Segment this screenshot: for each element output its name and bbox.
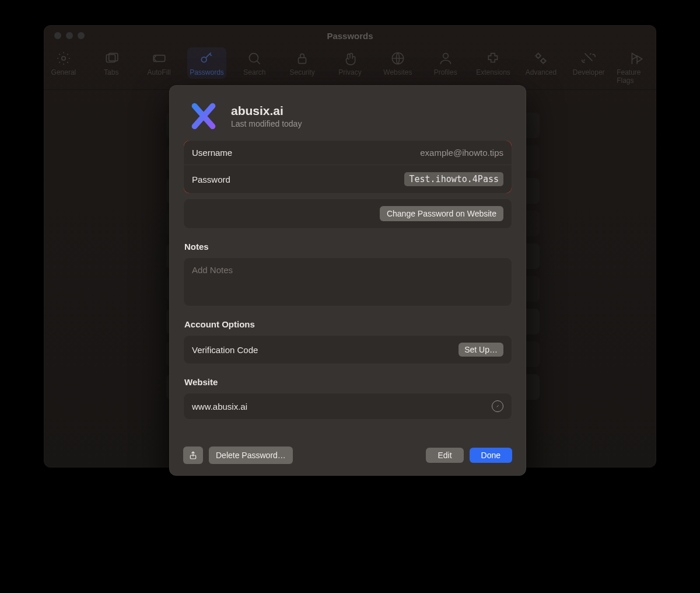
tab-autofill[interactable]: AutoFill — [139, 47, 179, 79]
verification-label: Verification Code — [192, 345, 258, 355]
notes-placeholder: Add Notes — [192, 265, 233, 275]
password-row[interactable]: Password Test.ihowto.4Pass — [184, 165, 512, 193]
tab-developer[interactable]: Developer — [569, 47, 608, 79]
done-button[interactable]: Done — [470, 448, 512, 463]
entry-header: abusix.ai Last modified today — [183, 98, 512, 140]
tab-feature-flags[interactable]: Feature Flags — [617, 47, 656, 87]
tab-privacy[interactable]: Privacy — [330, 47, 370, 79]
site-name: abusix.ai — [231, 104, 302, 118]
website-value: www.abusix.ai — [192, 402, 247, 411]
last-modified: Last modified today — [231, 119, 302, 128]
change-password-button[interactable]: Change Password on Website — [380, 206, 503, 221]
password-detail-sheet: abusix.ai Last modified today Username e… — [169, 85, 526, 476]
svg-point-9 — [537, 54, 541, 58]
svg-point-10 — [541, 59, 545, 63]
svg-rect-6 — [299, 58, 306, 64]
password-value: Test.ihowto.4Pass — [404, 172, 503, 186]
password-label: Password — [192, 175, 230, 184]
tab-passwords[interactable]: Passwords — [187, 47, 227, 79]
svg-point-5 — [250, 53, 258, 62]
tab-advanced[interactable]: Advanced — [521, 47, 561, 79]
notes-heading: Notes — [184, 242, 511, 252]
website-heading: Website — [184, 377, 511, 387]
credentials-card: Username example@ihowto.tips Password Te… — [183, 140, 512, 194]
site-icon — [186, 98, 222, 134]
tab-security[interactable]: Security — [282, 47, 322, 79]
share-button[interactable] — [183, 447, 203, 464]
username-label: Username — [192, 148, 232, 158]
setup-button[interactable]: Set Up… — [459, 343, 503, 357]
tab-websites[interactable]: Websites — [378, 47, 418, 79]
tab-tabs[interactable]: Tabs — [92, 47, 131, 79]
tab-general[interactable]: General — [44, 47, 83, 79]
window-title: Passwords — [44, 31, 656, 41]
change-password-card: Change Password on Website — [183, 198, 512, 229]
username-value: example@ihowto.tips — [420, 148, 503, 158]
edit-button[interactable]: Edit — [426, 448, 463, 463]
delete-password-button[interactable]: Delete Password… — [209, 447, 293, 464]
safari-compass-icon[interactable] — [492, 400, 503, 412]
account-options-heading: Account Options — [184, 319, 511, 329]
svg-point-8 — [443, 53, 448, 58]
website-row[interactable]: www.abusix.ai — [183, 393, 512, 420]
verification-row: Verification Code Set Up… — [183, 335, 512, 364]
username-row[interactable]: Username example@ihowto.tips — [184, 141, 512, 165]
svg-point-4 — [202, 57, 207, 62]
tab-search[interactable]: Search — [235, 47, 274, 79]
sheet-footer: Delete Password… Edit Done — [183, 447, 512, 464]
tab-extensions[interactable]: Extensions — [474, 47, 513, 79]
preferences-toolbar: General Tabs AutoFill Passwords Search S… — [44, 46, 656, 90]
tab-profiles[interactable]: Profiles — [426, 47, 466, 79]
titlebar: Passwords — [44, 25, 656, 46]
notes-field[interactable]: Add Notes — [183, 257, 512, 306]
svg-point-0 — [62, 57, 66, 61]
